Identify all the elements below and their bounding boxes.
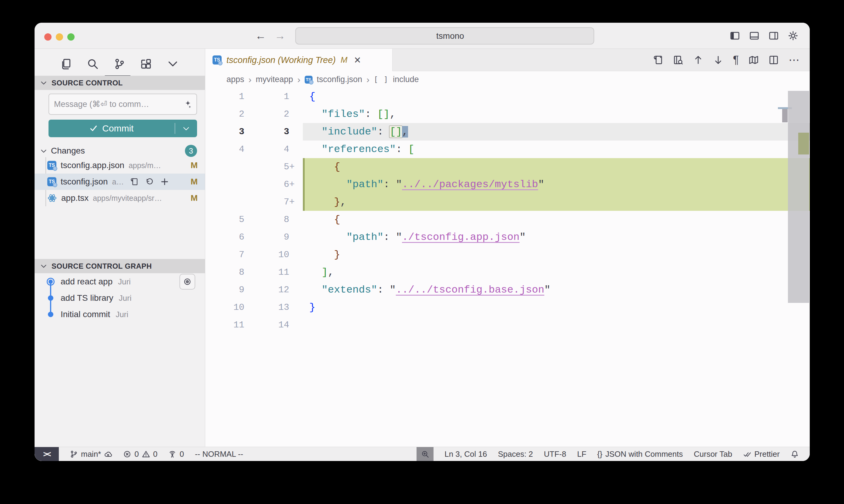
file-row-tsconfig.json[interactable]: TStsconfig.jsona…M <box>35 174 205 190</box>
modified-badge: M <box>191 177 198 186</box>
editor-content[interactable]: 11{22 "files": [],33 "include": [],44 "r… <box>205 88 810 447</box>
status-cursor-position[interactable]: Ln 3, Col 16 <box>444 447 487 461</box>
code-text: "path": "./tsconfig.app.json" <box>309 228 526 246</box>
status-cursor-tab[interactable]: Cursor Tab <box>694 447 733 461</box>
file-name: tsconfig.json <box>61 177 108 186</box>
code-text: "path": "../../packages/mytslib" <box>309 176 544 193</box>
commit-message: add react app <box>61 277 113 287</box>
commit-button[interactable]: Commit <box>49 120 197 137</box>
next-change-icon[interactable] <box>713 55 723 65</box>
command-center-search[interactable]: tsmono <box>295 27 594 44</box>
toggle-primary-sidebar-icon[interactable] <box>730 31 740 41</box>
commit-message-input[interactable]: Message (⌘⏎ to comm… <box>49 94 197 115</box>
status-encoding[interactable]: UTF-8 <box>544 447 566 461</box>
code-line-2[interactable]: 22 "files": [], <box>205 105 810 123</box>
source-control-header[interactable]: SOURCE CONTROL <box>35 76 205 90</box>
code-line-11[interactable]: 811 ], <box>205 264 810 281</box>
split-editor-icon[interactable] <box>769 55 779 65</box>
breadcrumb-item-myviteapp[interactable]: myviteapp <box>256 75 293 84</box>
breadcrumb-item-tsconfig.json[interactable]: tsconfig.json <box>317 75 362 84</box>
open-changes-icon[interactable] <box>653 55 663 65</box>
close-window-button[interactable] <box>44 33 52 41</box>
breadcrumb-item-apps[interactable]: apps <box>226 75 244 84</box>
file-row-tsconfig.app.json[interactable]: TStsconfig.app.jsonapps/m…M <box>35 157 205 174</box>
added-gutter-strip <box>303 158 305 176</box>
discard-icon[interactable] <box>145 178 154 186</box>
code-line-1[interactable]: 11{ <box>205 88 810 105</box>
status-indentation[interactable]: Spaces: 2 <box>498 447 533 461</box>
explorer-icon[interactable] <box>60 58 72 70</box>
pilcrow-icon[interactable]: ¶ <box>733 54 739 66</box>
open-preview-icon[interactable] <box>673 55 683 65</box>
status-text: 0 <box>153 449 157 459</box>
status-vim-mode[interactable]: -- NORMAL -- <box>195 447 243 461</box>
commit-row[interactable]: Initial commitJuri <box>35 306 205 323</box>
added-gutter-strip <box>303 176 305 193</box>
commit-row[interactable]: add TS libraryJuri <box>35 290 205 306</box>
settings-gear-icon[interactable] <box>788 31 798 41</box>
minimize-window-button[interactable] <box>56 33 63 41</box>
toggle-secondary-sidebar-icon[interactable] <box>769 31 779 41</box>
cloud-upload-icon <box>104 450 112 458</box>
map-icon[interactable] <box>748 55 759 65</box>
code-text: } <box>309 299 315 316</box>
forward-button[interactable]: → <box>275 30 286 42</box>
sparkle-icon[interactable] <box>183 100 192 109</box>
stage-icon[interactable] <box>160 178 169 186</box>
back-button[interactable]: ← <box>255 30 266 42</box>
code-line-4[interactable]: 44 "references": [ <box>205 141 810 158</box>
new-line-number: 5+ <box>252 158 295 176</box>
status-eol[interactable]: LF <box>577 447 586 461</box>
status-ports[interactable]: 0 <box>168 447 184 461</box>
code-line-6[interactable]: 6+ "path": "../../packages/mytslib" <box>205 176 810 193</box>
status-problems[interactable]: 00 <box>123 447 157 461</box>
code-line-7[interactable]: 7+ }, <box>205 193 810 211</box>
commit-dot <box>47 294 55 302</box>
more-actions-icon[interactable]: ⋯ <box>789 54 799 66</box>
old-line-number: 9 <box>205 281 244 299</box>
code-line-13[interactable]: 1013} <box>205 299 810 316</box>
code-line-8[interactable]: 58 { <box>205 211 810 228</box>
search-view-icon[interactable] <box>87 58 99 70</box>
zoom-window-button[interactable] <box>67 33 74 41</box>
status-language-mode[interactable]: {}JSON with Comments <box>597 447 683 461</box>
code-line-12[interactable]: 912 "extends": "../../tsconfig.base.json… <box>205 281 810 299</box>
file-row-app.tsx[interactable]: app.tsxapps/myviteapp/sr…M <box>35 190 205 206</box>
previous-change-icon[interactable] <box>693 55 703 65</box>
editor-group: TS tsconfig.json (Working Tree) M × ¶⋯ a… <box>205 49 810 447</box>
code-line-3[interactable]: 33 "include": [], <box>205 123 810 141</box>
commit-dropdown-button[interactable] <box>175 125 197 132</box>
code-line-9[interactable]: 69 "path": "./tsconfig.app.json" <box>205 228 810 246</box>
code-text: }, <box>309 193 346 211</box>
code-line-5[interactable]: 5+ { <box>205 158 810 176</box>
breadcrumb-item-include[interactable]: include <box>393 75 419 84</box>
status-notifications[interactable] <box>791 447 799 461</box>
tab-close-icon[interactable]: × <box>354 54 361 66</box>
status-zoom-indicator[interactable] <box>416 447 433 461</box>
more-views-chevron-icon[interactable] <box>167 58 179 70</box>
bell-icon <box>791 450 799 458</box>
source-control-graph-header[interactable]: SOURCE CONTROL GRAPH <box>35 259 205 273</box>
status-branch-status[interactable]: main* <box>70 447 112 461</box>
line-background <box>303 316 810 334</box>
check-icon <box>89 124 98 133</box>
open-file-icon[interactable] <box>130 178 139 186</box>
new-line-number: 4 <box>252 141 295 158</box>
status-formatter[interactable]: Prettier <box>743 447 780 461</box>
source-control-icon[interactable] <box>114 58 125 70</box>
code-line-14[interactable]: 1114 <box>205 316 810 334</box>
source-control-graph-header-label: SOURCE CONTROL GRAPH <box>52 262 152 270</box>
commit-row[interactable]: add react appJuri <box>35 273 205 290</box>
status-remote-indicator[interactable]: >< <box>35 447 59 461</box>
layout-controls <box>730 23 798 49</box>
editor-scrollbar[interactable] <box>788 91 809 303</box>
code-line-10[interactable]: 710 } <box>205 246 810 264</box>
goto-commit-button[interactable] <box>179 274 195 290</box>
changes-section-header[interactable]: Changes 3 <box>35 144 205 157</box>
vim-block-cursor: , <box>402 126 408 138</box>
new-line-number: 10 <box>252 246 295 264</box>
tab-tsconfig-working-tree[interactable]: TS tsconfig.json (Working Tree) M × <box>205 49 393 71</box>
toggle-panel-icon[interactable] <box>749 31 759 41</box>
added-gutter-strip <box>303 193 305 211</box>
extensions-icon[interactable] <box>140 58 152 70</box>
